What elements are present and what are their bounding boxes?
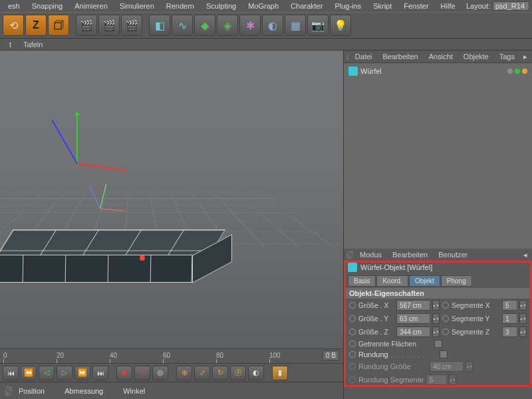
prop-label: Getrennte Flächen	[358, 340, 432, 348]
play-fwd-button[interactable]: ▷	[57, 366, 72, 380]
menu-item[interactable]: Modus	[356, 250, 386, 259]
prop-label: Rundung Segmente	[358, 376, 424, 384]
menu-item[interactable]: Animieren	[69, 1, 113, 11]
anim-dot[interactable]	[442, 302, 449, 309]
deformer-button[interactable]: ◈	[217, 15, 238, 36]
menu-item[interactable]: Datei	[351, 52, 376, 61]
menu-item[interactable]: esh	[3, 1, 25, 11]
attr-object-title: Würfel-Objekt [Würfel]	[344, 261, 532, 274]
goto-key-next-button[interactable]: ⏩	[74, 366, 90, 380]
sep-faces-checkbox[interactable]	[434, 340, 442, 348]
light-button[interactable]: 💡	[330, 15, 351, 36]
menu-item[interactable]: Snapping	[27, 1, 68, 11]
object-vis-dots[interactable]	[507, 68, 527, 74]
environment-button[interactable]: ✱	[239, 15, 261, 36]
anim-dot	[349, 363, 356, 370]
playback-bar: ⏮ ⏪ ◁ ▷ ⏩ ⏭ ◉ ⊙ ◎ ⊕ ⤢ ↻ Ⓟ ◐ ▮	[0, 363, 343, 382]
layout-select[interactable]	[493, 1, 529, 11]
autokey-button[interactable]: ⊙	[134, 366, 150, 380]
grip-icon	[346, 251, 353, 259]
keyframe-sel-button[interactable]: ◎	[152, 366, 168, 380]
prop-label: Segmente Y	[452, 315, 499, 323]
spinner[interactable]: ▲▼	[432, 327, 440, 337]
menu-item[interactable]: Benutzer	[434, 250, 471, 259]
render-pic-button[interactable]: 🎬	[76, 15, 97, 36]
menu-item[interactable]: Ansicht	[425, 52, 457, 61]
object-row[interactable]: Würfel	[346, 65, 530, 77]
anim-dot[interactable]	[349, 315, 356, 322]
spinner[interactable]: ▲▼	[519, 300, 527, 311]
menu-item[interactable]: MoGraph	[243, 1, 284, 11]
dots-spacer: . . . . . . . . .	[391, 350, 437, 358]
panel-back-icon[interactable]: ◂	[521, 251, 529, 259]
viewport-tab[interactable]: t	[4, 40, 17, 49]
spinner[interactable]: ▲▼	[432, 300, 440, 311]
anim-dot[interactable]	[349, 329, 356, 335]
frame-indicator[interactable]: 0 B	[323, 350, 339, 360]
record-button[interactable]: ◉	[116, 366, 132, 380]
axis-z[interactable]	[52, 120, 78, 164]
rec-scale-button[interactable]: ⤢	[194, 366, 210, 380]
menu-item[interactable]: Sculpting	[201, 1, 241, 11]
undo-button[interactable]: ⟲	[3, 15, 24, 36]
spinner[interactable]: ▲▼	[432, 313, 440, 324]
timeline-ruler[interactable]: 0 20 40 60 80 100 0 B	[0, 348, 343, 363]
menu-item[interactable]: Plug-ins	[329, 1, 366, 11]
anim-dot[interactable]	[442, 329, 449, 335]
z-button[interactable]: Z	[25, 15, 47, 36]
rec-pla-button[interactable]: ◐	[248, 366, 264, 380]
rec-param-button[interactable]: Ⓟ	[230, 366, 246, 380]
menu-item[interactable]: Objekte	[460, 52, 493, 61]
viewport-tab[interactable]: Tafeln	[18, 40, 48, 49]
rounding-checkbox[interactable]	[440, 350, 448, 358]
menu-item[interactable]: Rendern	[161, 1, 200, 11]
camera-button[interactable]: 📷	[307, 15, 329, 36]
seg-z-input[interactable]	[502, 327, 517, 337]
menu-item[interactable]: Simulieren	[114, 1, 160, 11]
menu-item[interactable]: Bearbeiten	[379, 52, 422, 61]
render-settings-button[interactable]: 🎬	[121, 15, 142, 36]
menu-item[interactable]: Fenster	[398, 1, 434, 11]
size-y-input[interactable]	[396, 313, 430, 324]
panel-menu-icon[interactable]: ▸	[521, 53, 529, 61]
tab-phong[interactable]: Phong	[441, 275, 472, 287]
viewport-3d[interactable]	[0, 51, 343, 348]
axis-x-handle[interactable]	[140, 255, 145, 261]
goto-end-button[interactable]: ⏭	[92, 366, 108, 380]
tab-koord[interactable]: Koord.	[376, 275, 408, 287]
menu-item[interactable]: Hilfe	[436, 1, 461, 11]
seg-x-input[interactable]	[502, 300, 517, 311]
object-name[interactable]: Würfel	[360, 67, 382, 75]
spline-button[interactable]: ∿	[172, 15, 193, 36]
tab-basis[interactable]: Basis	[348, 275, 376, 287]
primitive-cube-button[interactable]: ◧	[149, 15, 170, 36]
menu-item[interactable]: Tags	[495, 52, 519, 61]
anim-dot[interactable]	[349, 302, 356, 309]
rec-pos-button[interactable]: ⊕	[176, 366, 192, 380]
tab-objekt[interactable]: Objekt	[409, 275, 440, 287]
goto-start-button[interactable]: ⏮	[3, 366, 19, 380]
goto-key-prev-button[interactable]: ⏪	[21, 366, 37, 380]
sky-button[interactable]: ◐	[262, 15, 283, 36]
render-region-button[interactable]: 🎬	[98, 15, 120, 36]
anim-dot[interactable]	[442, 315, 449, 322]
timeline-button[interactable]: ▮	[272, 366, 288, 380]
cube-tool-button[interactable]	[48, 15, 69, 36]
axis-x[interactable]	[77, 163, 127, 171]
seg-y-input[interactable]	[502, 313, 517, 324]
axis-y[interactable]	[76, 114, 78, 164]
object-tree[interactable]: Würfel	[344, 63, 532, 249]
spinner[interactable]: ▲▼	[519, 327, 527, 337]
play-back-button[interactable]: ◁	[39, 366, 55, 380]
menu-item[interactable]: Skript	[368, 1, 397, 11]
rec-rot-button[interactable]: ↻	[212, 366, 228, 380]
size-x-input[interactable]	[396, 300, 430, 311]
size-z-input[interactable]	[396, 327, 430, 337]
menu-item[interactable]: Charakter	[285, 1, 328, 11]
anim-dot[interactable]	[349, 351, 356, 358]
anim-dot[interactable]	[349, 340, 356, 347]
spinner[interactable]: ▲▼	[519, 313, 527, 324]
floor-button[interactable]: ▦	[285, 15, 306, 36]
menu-item[interactable]: Bearbeiten	[388, 250, 432, 259]
generator-button[interactable]: ◆	[194, 15, 215, 36]
